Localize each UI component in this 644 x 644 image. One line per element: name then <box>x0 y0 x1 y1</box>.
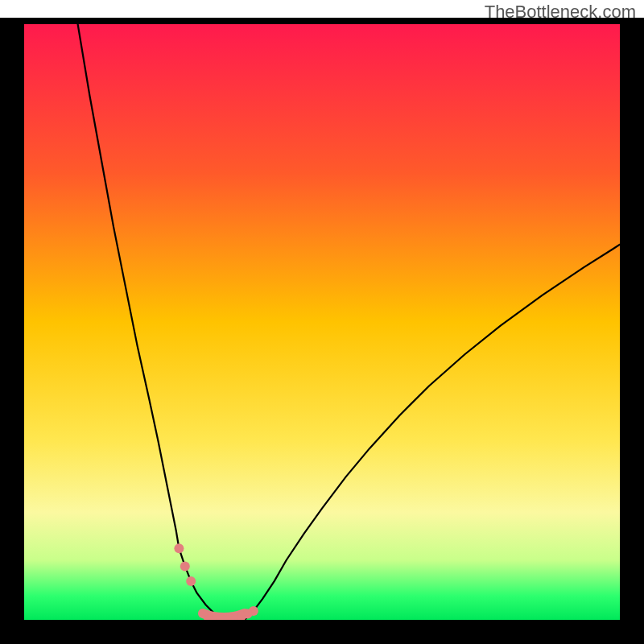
chart-container: TheBottleneck.com <box>0 0 644 644</box>
gradient-background <box>24 24 620 620</box>
marker-dot <box>174 543 184 553</box>
marker-dot <box>180 561 190 571</box>
marker-dot <box>186 576 196 586</box>
chart-svg <box>24 24 620 620</box>
plot-frame <box>0 18 644 644</box>
watermark-text: TheBottleneck.com <box>485 2 636 23</box>
plot-area <box>24 24 620 620</box>
